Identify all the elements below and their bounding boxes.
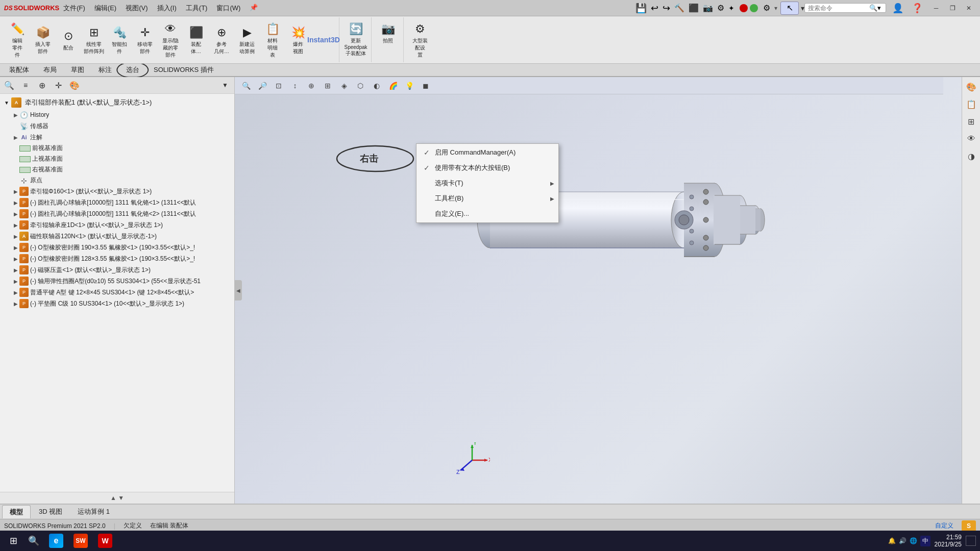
tool-mate[interactable]: ⊙ 配合 xyxy=(56,18,81,61)
ctx-tabs[interactable]: 选项卡(T) xyxy=(416,176,558,191)
systray-volume[interactable]: 🔊 xyxy=(899,537,906,544)
view-lighting[interactable]: 💡 xyxy=(402,79,416,93)
tool-large-assembly[interactable]: ⚙ 大型装配设置 xyxy=(408,18,432,61)
ctx-toolbar[interactable]: 工具栏(B) xyxy=(416,191,558,206)
view-zoomfit[interactable]: ⊡ xyxy=(272,79,286,93)
view-zoom-out[interactable]: 🔎 xyxy=(255,79,270,93)
view-color[interactable]: 🌈 xyxy=(386,79,400,93)
tree-item-part9[interactable]: ▶ P 普通平键 A型 键 12×8×45 SUS304<1> (键 12×8×… xyxy=(0,287,234,298)
tab-layout[interactable]: 布局 xyxy=(36,64,64,76)
user-icon[interactable]: 👤 xyxy=(890,2,905,15)
tree-item-part8[interactable]: ▶ P (-) 轴用弹性挡圈A型(d0≥10) 55 SUS304<1> (55… xyxy=(0,276,234,287)
tree-item-top-plane[interactable]: 上视基准面 xyxy=(0,154,234,164)
tool-explode[interactable]: 💥 爆炸视图 xyxy=(286,18,310,61)
tool-assembly-feature[interactable]: ⬛ 装配体… xyxy=(184,18,208,61)
sidebar-icon-section[interactable]: ◑ xyxy=(964,148,979,164)
tool-ref-geometry[interactable]: ⊕ 参考几何… xyxy=(209,18,234,61)
tab-selection[interactable]: 选台 xyxy=(119,64,146,76)
tree-item-annotation[interactable]: ▶ Ai 注解 xyxy=(0,132,234,143)
quickaccess-settings[interactable]: ⚙ xyxy=(716,2,725,14)
tool-photo[interactable]: 📷 拍照 xyxy=(376,18,400,47)
search-input[interactable] xyxy=(808,5,869,12)
view-display2[interactable]: ⬡ xyxy=(353,79,368,93)
3d-viewport[interactable]: 🔍 🔎 ⊡ ↕ ⊕ ⊞ ◈ ⬡ ◐ 🌈 💡 ◼ xyxy=(235,77,962,504)
restore-button[interactable]: ❐ xyxy=(945,3,960,14)
quickaccess-save[interactable]: 💾 xyxy=(634,2,648,15)
sidebar-icon-display[interactable]: ⊞ xyxy=(964,114,979,129)
panel-display-btn[interactable]: 🎨 xyxy=(67,78,82,92)
tree-item-origin[interactable]: ⊹ 原点 xyxy=(0,175,234,186)
view-zoom-in[interactable]: 🔍 xyxy=(239,79,253,93)
taskbar-clock[interactable]: 21:59 2021/9/25 xyxy=(935,534,962,548)
quickaccess-vieworientation[interactable]: ⬛ xyxy=(688,2,700,14)
view-appearance[interactable]: ◼ xyxy=(419,79,433,93)
taskbar-start[interactable]: ⊞ xyxy=(4,532,22,550)
tab-sketch[interactable]: 草图 xyxy=(64,64,91,76)
tree-item-part10[interactable]: ▶ P (-) 平垫圈 C级 10 SUS304<1> (10<<默认>_显示状… xyxy=(0,298,234,309)
tree-item-right-plane[interactable]: 右视基准面 xyxy=(0,164,234,175)
tree-item-part2[interactable]: ▶ P (-) 圆柱孔调心球轴承[10000型] 1311 氧化铬<1> (13… xyxy=(0,197,234,208)
sidebar-icon-view[interactable]: 👁 xyxy=(964,131,979,146)
menu-insert[interactable]: 插入(I) xyxy=(153,3,181,14)
tree-item-assembly1[interactable]: ▶ A 磁性联轴器120N<1> (默认<默认_显示状态-1>) xyxy=(0,231,234,242)
tool-instant3d[interactable]: Instant3D xyxy=(311,18,336,61)
view-display3[interactable]: ◐ xyxy=(370,79,384,93)
tree-item-front-plane[interactable]: 前视基准面 xyxy=(0,143,234,154)
systray-notify[interactable]: 🔔 xyxy=(888,537,896,544)
panel-property-btn[interactable]: ⊕ xyxy=(35,78,49,92)
quickaccess-undo[interactable]: ↩ xyxy=(650,2,659,15)
menu-pin[interactable]: 📌 xyxy=(246,3,262,14)
search-arrow[interactable]: ▾ xyxy=(877,4,881,12)
cursor-tool[interactable]: ↖ xyxy=(780,2,799,15)
help-icon[interactable]: ❓ xyxy=(910,2,925,15)
close-button[interactable]: ✕ xyxy=(962,3,976,14)
tool-move[interactable]: ✛ 移动零部件 xyxy=(133,18,157,61)
ctx-enable-commandmanager[interactable]: ✓ 启用 CommandManager(A) xyxy=(416,145,558,160)
panel-config-btn[interactable]: ✛ xyxy=(51,78,65,92)
quickaccess-extra[interactable]: ✦ xyxy=(727,3,736,13)
tool-edit-part[interactable]: ✏️ 编辑零件件 xyxy=(5,18,30,61)
tree-root-assembly[interactable]: ▼ A 牵引辊部件装配1 (默认<默认_显示状态-1>) xyxy=(0,96,234,109)
quickaccess-display[interactable]: 📷 xyxy=(702,2,714,14)
bottom-tab-model[interactable]: 模型 xyxy=(2,505,31,518)
ctx-customize[interactable]: 自定义(E)... xyxy=(416,206,558,221)
tree-item-part1[interactable]: ▶ P 牵引辊Φ160<1> (默认<<默认>_显示状态 1>) xyxy=(0,186,234,197)
tree-item-part5[interactable]: ▶ P (-) O型橡胶密封圈 190×3.55 氟橡胶<1> (190×3.5… xyxy=(0,242,234,253)
menu-window[interactable]: 窗口(W) xyxy=(212,3,244,14)
tree-item-sensor[interactable]: 📡 传感器 xyxy=(0,120,234,132)
taskbar-app-wps[interactable]: W xyxy=(94,532,116,550)
cursor-arrow[interactable]: ▾ xyxy=(801,4,804,12)
taskbar-app-edge[interactable]: e xyxy=(45,532,67,550)
tool-show-hide[interactable]: 👁 显示/隐藏的零部件 xyxy=(158,18,183,61)
view-display1[interactable]: ◈ xyxy=(337,79,351,93)
menu-view[interactable]: 视图(V) xyxy=(121,3,152,14)
tree-item-part7[interactable]: ▶ P (-) 磁驱压盖<1> (默认<<默认>_显示状态 1>) xyxy=(0,264,234,276)
tab-plugins[interactable]: SOLIDWORKS 插件 xyxy=(146,64,221,76)
tree-item-part3[interactable]: ▶ P (-) 圆柱孔调心球轴承[10000型] 1311 氧化铬<2> (13… xyxy=(0,208,234,219)
tree-item-part6[interactable]: ▶ P (-) O型橡胶密封圈 128×3.55 氟橡胶<1> (190×3.5… xyxy=(0,253,234,264)
tree-item-history[interactable]: ▶ 🕐 History xyxy=(0,109,234,120)
toolbar-area-settings[interactable]: ⚙ xyxy=(762,2,771,14)
taskbar-app-sw[interactable]: SW xyxy=(69,532,92,550)
ctx-large-buttons[interactable]: ✓ 使用带有文本的大按钮(B) xyxy=(416,160,558,176)
view-pan[interactable]: ↕ xyxy=(288,79,302,93)
show-desktop[interactable] xyxy=(966,536,976,546)
bottom-tab-3dview[interactable]: 3D 视图 xyxy=(32,505,69,518)
menu-tools[interactable]: 工具(T) xyxy=(182,3,212,14)
tool-insert-part[interactable]: 📦 插入零部件 xyxy=(31,18,55,61)
toolbar-settings-arrow[interactable]: ▾ xyxy=(773,4,778,13)
bottom-tab-motion[interactable]: 运动算例 1 xyxy=(70,505,117,518)
tool-pattern[interactable]: ⊞ 线性零部件阵列 xyxy=(82,18,106,61)
menu-file[interactable]: 文件(F) xyxy=(59,3,89,14)
panel-filter-btn[interactable]: 🔍 xyxy=(2,78,16,92)
menu-edit[interactable]: 编辑(E) xyxy=(90,3,120,14)
view-section[interactable]: ⊞ xyxy=(321,79,335,93)
tool-new-motion[interactable]: ▶ 新建运动算例 xyxy=(235,18,259,61)
systray-network[interactable]: 🌐 xyxy=(910,537,917,544)
tool-update-speedpak[interactable]: 🔄 更新Speedpak子装配体 xyxy=(344,18,368,60)
status-customize[interactable]: 自定义 xyxy=(935,521,953,530)
tab-annotation[interactable]: 标注 xyxy=(91,64,119,76)
quickaccess-redo[interactable]: ↪ xyxy=(662,2,671,15)
sidebar-icon-appearance[interactable]: 🎨 xyxy=(964,79,979,94)
taskbar-search[interactable]: 🔍 xyxy=(24,532,43,550)
